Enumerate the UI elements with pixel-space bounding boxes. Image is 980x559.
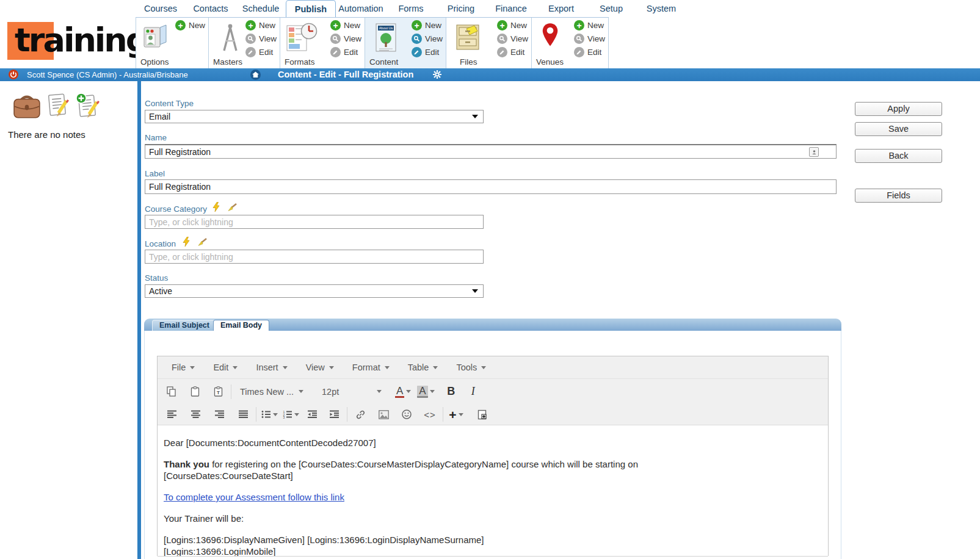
masters-new-button[interactable]: + New bbox=[245, 20, 277, 31]
email-body-content[interactable]: Dear [Documents:DocumentContentDecoded27… bbox=[158, 425, 828, 557]
save-button[interactable]: Save bbox=[855, 122, 942, 136]
masters-edit-button[interactable]: Edit bbox=[245, 47, 277, 57]
emoticon-icon[interactable] bbox=[399, 406, 415, 422]
align-center-icon[interactable] bbox=[187, 406, 203, 422]
tab-email-body[interactable]: Email Body bbox=[213, 320, 269, 331]
menu-view[interactable]: View bbox=[299, 359, 341, 376]
user-status-bar: Scott Spence (CS Admin) - Australia/Bris… bbox=[0, 68, 980, 81]
lightning-icon[interactable] bbox=[212, 202, 220, 212]
numbered-list-button[interactable]: 123 bbox=[283, 406, 299, 422]
venues-new-button[interactable]: + New bbox=[574, 20, 605, 31]
note-edit-icon[interactable] bbox=[46, 93, 70, 120]
edit-pencil-icon bbox=[497, 47, 507, 57]
nav-tab-system[interactable]: System bbox=[636, 0, 686, 18]
chevron-down-icon bbox=[481, 366, 486, 369]
menu-file[interactable]: File bbox=[165, 359, 201, 376]
label-input[interactable] bbox=[149, 180, 832, 193]
font-size-select[interactable]: 12pt bbox=[318, 387, 385, 397]
status-select[interactable]: Active bbox=[145, 284, 484, 298]
italic-button[interactable]: I bbox=[465, 384, 481, 400]
files-view-button[interactable]: View bbox=[497, 34, 528, 44]
nav-tab-publish[interactable]: Publish bbox=[286, 0, 336, 18]
location-input[interactable] bbox=[149, 250, 479, 263]
insert-image-icon[interactable] bbox=[376, 406, 391, 422]
chevron-down-icon bbox=[283, 366, 288, 369]
label-label: Label bbox=[145, 169, 165, 178]
masters-compass-icon[interactable] bbox=[219, 23, 242, 53]
content-poster-icon[interactable]: About Us bbox=[374, 23, 398, 53]
text-color-button[interactable]: A bbox=[395, 384, 411, 400]
home-icon[interactable] bbox=[250, 70, 261, 80]
menu-table[interactable]: Table bbox=[401, 359, 445, 376]
insert-template-icon[interactable] bbox=[474, 406, 490, 422]
ribbon-group-masters: + New View Edit Masters bbox=[209, 18, 280, 68]
venues-edit-button[interactable]: Edit bbox=[574, 47, 605, 57]
brush-icon[interactable] bbox=[196, 237, 207, 247]
nav-tab-schedule[interactable]: Schedule bbox=[236, 0, 286, 18]
course-category-label: Course Category bbox=[145, 204, 207, 214]
insert-field-button[interactable]: + bbox=[448, 406, 464, 422]
nav-tab-setup[interactable]: Setup bbox=[586, 0, 636, 18]
background-color-button[interactable]: A bbox=[417, 384, 434, 400]
menu-format[interactable]: Format bbox=[346, 359, 396, 376]
nav-tab-pricing[interactable]: Pricing bbox=[436, 0, 486, 18]
bold-button[interactable]: B bbox=[443, 384, 459, 400]
nav-tab-forms[interactable]: Forms bbox=[386, 0, 436, 18]
font-family-select[interactable]: Times New ... bbox=[236, 387, 307, 397]
chevron-down-icon bbox=[377, 390, 382, 393]
nav-tab-contacts[interactable]: Contacts bbox=[186, 0, 236, 18]
apply-button[interactable]: Apply bbox=[855, 102, 942, 116]
lightning-icon[interactable] bbox=[183, 237, 190, 247]
tab-email-subject[interactable]: Email Subject bbox=[152, 320, 217, 331]
logout-power-icon[interactable] bbox=[9, 70, 18, 79]
fields-button[interactable]: Fields bbox=[855, 189, 942, 203]
increase-indent-icon[interactable] bbox=[326, 406, 342, 422]
paste-as-text-icon[interactable]: T bbox=[210, 384, 226, 400]
content-edit-button[interactable]: Edit bbox=[412, 47, 443, 57]
formats-schedule-icon[interactable] bbox=[286, 23, 318, 52]
formats-view-button[interactable]: View bbox=[330, 34, 361, 44]
menu-edit[interactable]: Edit bbox=[206, 359, 244, 376]
content-type-select[interactable]: Email bbox=[145, 110, 484, 123]
settings-gear-icon[interactable] bbox=[432, 70, 442, 79]
align-left-icon[interactable] bbox=[164, 406, 180, 422]
options-new-button[interactable]: + New bbox=[175, 20, 205, 31]
paste-icon[interactable] bbox=[187, 384, 203, 400]
assessment-link[interactable]: To complete your Assessment follow this … bbox=[164, 492, 344, 502]
note-add-icon[interactable] bbox=[74, 93, 100, 120]
autofill-icon[interactable] bbox=[809, 147, 819, 157]
venues-view-button[interactable]: View bbox=[574, 34, 605, 44]
briefcase-icon[interactable] bbox=[12, 94, 42, 120]
files-cabinet-icon[interactable] bbox=[452, 23, 484, 52]
formats-new-button[interactable]: + New bbox=[330, 20, 361, 31]
menu-insert[interactable]: Insert bbox=[249, 359, 294, 376]
nav-tab-courses[interactable]: Courses bbox=[136, 0, 186, 18]
source-code-button[interactable]: <> bbox=[422, 406, 438, 422]
menu-tools[interactable]: Tools bbox=[449, 359, 493, 376]
name-input[interactable] bbox=[149, 145, 832, 158]
back-button[interactable]: Back bbox=[855, 149, 942, 163]
formats-edit-button[interactable]: Edit bbox=[330, 47, 361, 57]
files-new-button[interactable]: + New bbox=[497, 20, 528, 31]
venues-map-pin-icon[interactable] bbox=[542, 23, 559, 47]
decrease-indent-icon[interactable] bbox=[304, 406, 320, 422]
options-icon[interactable] bbox=[142, 23, 170, 51]
name-field-wrapper bbox=[145, 144, 837, 159]
copy-icon[interactable] bbox=[164, 384, 180, 400]
content-new-button[interactable]: + New bbox=[412, 20, 443, 31]
masters-view-button[interactable]: View bbox=[245, 34, 277, 44]
nav-tab-export[interactable]: Export bbox=[536, 0, 586, 18]
nav-tab-automation[interactable]: Automation bbox=[336, 0, 386, 18]
brush-icon[interactable] bbox=[226, 203, 237, 212]
insert-link-icon[interactable] bbox=[352, 406, 368, 422]
course-category-input[interactable] bbox=[149, 215, 479, 228]
status-value: Active bbox=[149, 286, 172, 296]
bullet-list-button[interactable] bbox=[261, 406, 278, 422]
chevron-down-icon bbox=[433, 366, 438, 369]
toolbar-separator bbox=[443, 407, 443, 422]
files-edit-button[interactable]: Edit bbox=[497, 47, 528, 57]
align-right-icon[interactable] bbox=[211, 406, 227, 422]
nav-tab-finance[interactable]: Finance bbox=[486, 0, 536, 18]
justify-icon[interactable] bbox=[235, 406, 251, 422]
content-view-button[interactable]: View bbox=[412, 34, 443, 44]
